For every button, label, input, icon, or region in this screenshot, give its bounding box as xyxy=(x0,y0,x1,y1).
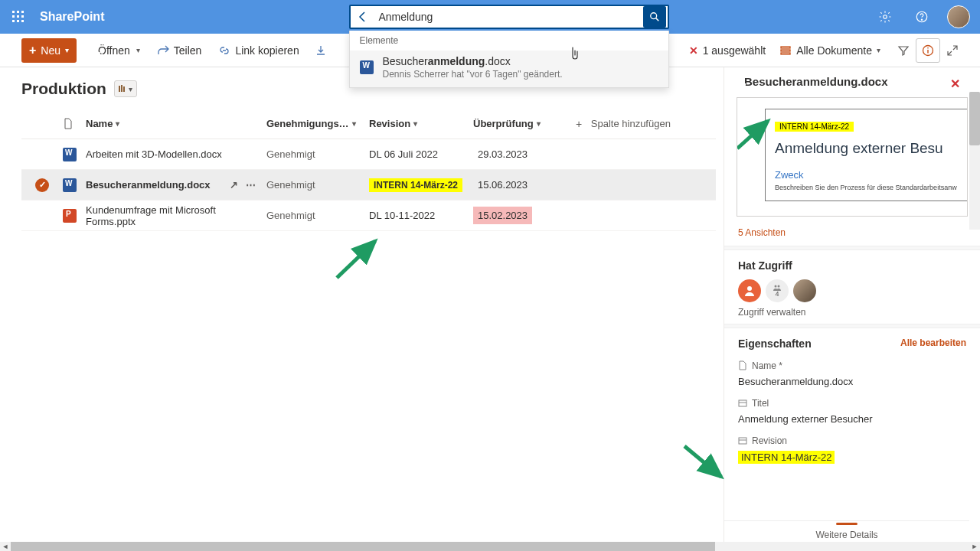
svg-point-9 xyxy=(651,13,657,19)
field-value-title[interactable]: Anmeldung externer Besucher xyxy=(738,413,966,425)
search-input[interactable] xyxy=(375,11,642,23)
svg-rect-4 xyxy=(17,15,19,18)
share-row-icon[interactable]: ↗ xyxy=(230,179,238,191)
chevron-down-icon: ▾ xyxy=(116,119,119,128)
chevron-down-icon: ▾ xyxy=(413,119,417,128)
row-more-icon[interactable]: ⋯ xyxy=(246,179,256,191)
details-filename: Besucheranmeldung.docx xyxy=(744,75,968,88)
svg-rect-14 xyxy=(781,47,790,48)
details-scrollbar[interactable] xyxy=(969,92,980,230)
search-suggestion-subtitle: Dennis Scherrer hat "vor 6 Tagen" geände… xyxy=(382,69,562,80)
manage-access-link[interactable]: Zugriff verwalten xyxy=(738,307,966,318)
chevron-down-icon: ▾ xyxy=(352,119,356,128)
avatar[interactable] xyxy=(738,279,761,302)
user-avatar[interactable] xyxy=(946,5,971,29)
svg-rect-19 xyxy=(927,47,928,48)
svg-rect-28 xyxy=(739,400,746,406)
file-name[interactable]: Kundenumfrage mit Microsoft Forms.pptx xyxy=(86,204,266,227)
svg-rect-8 xyxy=(21,20,24,22)
svg-rect-16 xyxy=(781,53,790,54)
svg-line-10 xyxy=(656,18,659,21)
column-name[interactable]: Name ▾ xyxy=(86,118,266,129)
svg-rect-22 xyxy=(123,86,125,92)
row-select-toggle[interactable] xyxy=(35,209,49,223)
scroll-right-icon[interactable]: ► xyxy=(969,542,980,551)
search-suggestions: Elemente Besucheranmeldung.docx Dennis S… xyxy=(349,31,669,88)
search-suggestion-item[interactable]: Besucheranmeldung.docx Dennis Scherrer h… xyxy=(350,51,668,87)
view-count-link[interactable]: 5 Ansichten xyxy=(724,223,980,246)
cell-revision: DL 10-11-2022 xyxy=(369,210,435,221)
search-submit-button[interactable] xyxy=(643,6,666,28)
add-column-button[interactable]: + Spalte hinzufügen xyxy=(576,118,683,130)
svg-rect-1 xyxy=(17,11,19,13)
scroll-left-icon[interactable]: ◄ xyxy=(0,542,11,551)
cell-review: 15.02.2023 xyxy=(473,207,532,224)
cell-review: 15.06.2023 xyxy=(473,176,532,194)
column-approval[interactable]: Genehmigungs… ▾ xyxy=(266,118,369,129)
svg-rect-2 xyxy=(21,11,24,13)
column-revision[interactable]: Revision ▾ xyxy=(369,118,473,129)
file-name[interactable]: Besucheranmeldung.docx xyxy=(86,179,211,191)
annotation-arrow xyxy=(329,232,390,285)
preview-revision-tag: INTERN 14-März-22 xyxy=(775,122,854,132)
row-select-toggle[interactable]: ✓ xyxy=(35,178,49,192)
open-button[interactable]: Öffnen ▾ xyxy=(93,44,140,57)
svg-point-11 xyxy=(884,15,887,19)
view-switcher[interactable]: Alle Dokumente ▾ xyxy=(779,44,880,57)
help-icon[interactable] xyxy=(910,5,934,29)
filter-icon[interactable] xyxy=(891,38,916,63)
column-review[interactable]: Überprüfung ▾ xyxy=(473,118,576,129)
chevron-down-icon: ▾ xyxy=(136,46,140,54)
details-pane-toggle[interactable] xyxy=(916,38,940,63)
preview-heading: Anmeldung externer Besu xyxy=(775,140,968,157)
avatar-group-count[interactable]: 4 xyxy=(766,279,789,302)
avatar[interactable] xyxy=(793,279,816,302)
edit-all-link[interactable]: Alle bearbeiten xyxy=(900,337,966,348)
collapse-icon[interactable] xyxy=(940,38,965,63)
app-launcher[interactable] xyxy=(0,0,37,34)
chevron-down-icon: ▾ xyxy=(877,46,880,54)
page-title: Produktion xyxy=(21,80,106,98)
brand-label: SharePoint xyxy=(37,10,104,24)
search-box[interactable] xyxy=(349,5,669,29)
horizontal-scrollbar[interactable]: ◄ ► xyxy=(0,542,980,551)
copy-link-button[interactable]: Link kopieren xyxy=(218,44,299,57)
table-row[interactable]: ✓Besucheranmeldung.docx↗⋯GenehmigtINTERN… xyxy=(21,170,716,201)
search-suggestions-header: Elemente xyxy=(350,31,668,51)
word-file-icon xyxy=(63,148,77,161)
access-section-title: Hat Zugriff xyxy=(738,259,966,272)
table-row[interactable]: Arbeiten mit 3D-Modellen.docxGenehmigtDL… xyxy=(21,139,716,170)
field-label-title: Titel xyxy=(738,398,966,409)
file-name[interactable]: Arbeiten mit 3D-Modellen.docx xyxy=(86,148,222,160)
more-details-button[interactable]: Weitere Details xyxy=(724,520,969,542)
cell-review: 29.03.2023 xyxy=(473,145,532,163)
column-filetype[interactable] xyxy=(63,118,86,130)
details-pane: Besucheranmeldung.docx ✕ INTERN 14-März-… xyxy=(724,67,980,542)
new-button[interactable]: + Neu ▾ xyxy=(21,38,77,63)
word-file-icon xyxy=(63,178,77,192)
svg-rect-0 xyxy=(12,11,15,13)
row-select-toggle[interactable] xyxy=(35,148,49,161)
svg-rect-30 xyxy=(739,438,746,444)
svg-line-23 xyxy=(337,241,375,278)
library-view-chip[interactable]: ▾ xyxy=(114,80,137,97)
download-button[interactable] xyxy=(315,44,327,57)
svg-point-13 xyxy=(921,19,922,20)
document-preview[interactable]: INTERN 14-März-22 Anmeldung externer Bes… xyxy=(737,97,968,217)
field-value-revision[interactable]: INTERN 14-März-22 xyxy=(738,451,835,464)
clear-selection-button[interactable]: ✕ xyxy=(689,44,698,57)
close-details-button[interactable]: ✕ xyxy=(950,77,960,91)
word-file-icon xyxy=(359,60,374,75)
field-value-name[interactable]: Besucheranmeldung.docx xyxy=(738,376,966,387)
svg-rect-5 xyxy=(21,15,24,18)
document-table: Name ▾ Genehmigungs… ▾ Revision ▾ Überpr… xyxy=(21,109,716,231)
table-row[interactable]: Kundenumfrage mit Microsoft Forms.pptxGe… xyxy=(21,201,716,231)
preview-subheading: Zweck xyxy=(775,169,968,181)
svg-rect-7 xyxy=(17,20,19,22)
share-button[interactable]: Teilen xyxy=(157,44,202,57)
field-label-revision: Revision xyxy=(738,435,966,446)
svg-point-27 xyxy=(778,285,780,287)
settings-icon[interactable] xyxy=(873,5,897,29)
search-suggestion-title: Besucheranmeldung.docx xyxy=(382,55,562,67)
search-back-icon[interactable] xyxy=(351,11,375,23)
